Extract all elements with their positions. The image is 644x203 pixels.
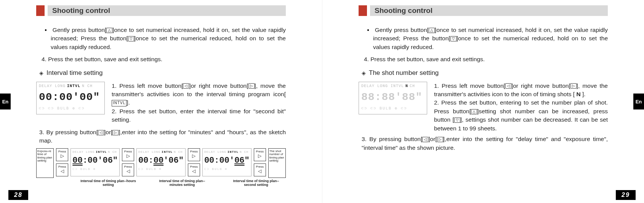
up-icon: [471, 109, 477, 114]
endbox-right: The shot number of timing plan setting: [268, 148, 286, 178]
lcd-bottom: ⊂⊃ BULB ⊕: [204, 167, 250, 171]
page-number: 29: [616, 190, 636, 200]
lcd-bottom: ⊂⊃ BULB ⊕: [138, 167, 184, 171]
page-left: En Shooting control Gently press button[…: [0, 0, 322, 203]
right-icon: [437, 137, 443, 142]
bullet-list: Gently press button[]once to set numeric…: [359, 26, 608, 51]
press-label: Press: [124, 150, 132, 153]
text: 1. Press left move button[: [434, 82, 505, 89]
lcd-label: DELAY LONG INTVL: [361, 84, 404, 89]
lcd-label: N CH: [108, 150, 117, 154]
press-pair: Press▷ Press◁: [188, 148, 200, 176]
instruction-block: 1. Press left move button[]or right move…: [112, 82, 286, 124]
lcd-label: DELAY LONG: [204, 150, 226, 154]
caption-hours: Interval time of timing plan--hours sett…: [80, 179, 137, 187]
lcd-rest: 00:00': [204, 156, 234, 165]
lcd-sel: 06: [234, 156, 244, 165]
page-number: 28: [8, 190, 28, 200]
step-4: 4. Press the set button, save and exit s…: [364, 55, 608, 63]
n-icon: N: [576, 91, 580, 97]
lcd-hours: DELAY LONGINTVLN CH 00:00'06" ⊂⊃ BULB ⊕: [70, 148, 120, 176]
lcd-bottom: ⊂⊃ ⊂⊃ BULB ⊕ ⊂⊃: [361, 106, 425, 112]
text: ].: [582, 91, 586, 97]
diagram-captions: Interval time of timing plan--hours sett…: [36, 179, 286, 187]
lcd-rest: :00'06": [83, 156, 118, 165]
left-icon: [422, 137, 428, 142]
press-right-button: Press▷: [254, 148, 266, 161]
title-accent: [36, 5, 45, 16]
text: 3. By pressing button[: [362, 136, 422, 142]
lcd-digits-dim: 88:88'88": [361, 91, 422, 103]
press-label: Press: [190, 165, 198, 168]
lcd-label-active: INTVL: [162, 150, 173, 154]
press-label: Press: [256, 165, 264, 168]
caption-seconds: Interval time of timing plan--second set…: [227, 179, 285, 187]
right-icon: [248, 83, 255, 89]
step-3: 3. By pressing button[]or[],enter into t…: [362, 135, 608, 152]
text: ]or[: [428, 136, 437, 142]
lcd-label: CH: [410, 84, 415, 89]
title-bar: Shooting control: [36, 5, 286, 16]
press-left-button: Press◁: [122, 163, 134, 176]
intvl-icon: INTVL: [112, 100, 127, 106]
diamond-icon: ◈: [39, 69, 43, 77]
diagram-strip: Exposu-re time of timing plan setting Pr…: [36, 148, 286, 178]
page-title-text: Shooting control: [375, 6, 433, 15]
row-lcd-text: DELAY LONG INTVL N CH 00:00'00" ⊂⊃ ⊂⊃ BU…: [36, 82, 286, 124]
lcd-digits: 88:88'88": [361, 90, 425, 105]
edge-tab-label: En: [2, 99, 9, 105]
up-icon: [429, 28, 435, 33]
page-number-text: 29: [622, 192, 630, 198]
instruction-block: 1. Press left move button[]or right move…: [434, 82, 608, 133]
text: 3. By pressing button[: [39, 129, 98, 135]
subheading: ◈ Interval time setting: [39, 68, 286, 78]
lcd-digits: 00:00'00": [39, 90, 102, 105]
text: 1. Press left move button[: [112, 82, 183, 89]
lcd-label-active: N: [405, 84, 408, 89]
page-title-text: Shooting control: [52, 6, 110, 15]
lcd-top-row: DELAY LONG INTVL N CH: [39, 84, 102, 89]
lcd-rest: '06": [163, 156, 184, 165]
press-left-button: Press◁: [56, 163, 68, 176]
down-icon: [454, 117, 460, 123]
left-icon: [98, 130, 104, 135]
bullet-item: Gently press button[]once to set numeric…: [373, 26, 608, 51]
edge-tab-left: En: [0, 94, 11, 109]
lcd-label-active: INTVL: [227, 150, 239, 154]
body: Gently press button[]once to set numeric…: [359, 26, 608, 152]
page-title: Shooting control: [48, 5, 286, 16]
left-icon: [505, 83, 511, 89]
press-pair: Press▷ Press◁: [56, 148, 68, 176]
press-pair: Press▷ Press◁: [254, 148, 266, 176]
caption-minutes: Interval time of timing plan--minutes se…: [154, 179, 211, 187]
subheading-text: Interval time setting: [46, 68, 103, 78]
page-number-text: 28: [14, 192, 22, 198]
left-icon: [183, 83, 189, 89]
press-left-button: Press◁: [188, 163, 200, 176]
text: ].: [127, 99, 130, 106]
right-icon: [112, 130, 119, 135]
down-icon: [128, 36, 134, 41]
edge-tab-label: En: [636, 99, 642, 105]
lcd-bottom: ⊂⊃ ⊂⊃ BULB ⊕ ⊂⊃: [39, 106, 102, 112]
lcd-label-active: INTVL: [96, 150, 107, 154]
bullet-item: Gently press button[]once to set numeric…: [51, 26, 286, 51]
lcd-rest: ": [245, 156, 250, 165]
left-icon: ◁: [56, 169, 68, 173]
body: Gently press button[]once to set numeric…: [36, 26, 286, 187]
lcd-sel: 00: [154, 156, 163, 165]
text: ]or right move button[: [189, 82, 248, 89]
press-label: Press: [190, 150, 198, 153]
press-label: Press: [124, 165, 132, 168]
lcd-label: N CH: [174, 150, 183, 154]
page-right: En Shooting control Gently press button[…: [322, 0, 644, 203]
up-icon: [106, 28, 112, 33]
subheading-text: The shot number setting: [369, 68, 439, 78]
text: ]or[: [104, 129, 112, 135]
text: ]or right move button[: [511, 82, 570, 89]
edge-tab-right: En: [633, 94, 644, 109]
page-title: Shooting control: [370, 5, 608, 16]
press-left-button: Press◁: [254, 163, 266, 176]
lcd-label: N CH: [240, 150, 248, 154]
bullet-list: Gently press button[]once to set numeric…: [36, 26, 286, 51]
